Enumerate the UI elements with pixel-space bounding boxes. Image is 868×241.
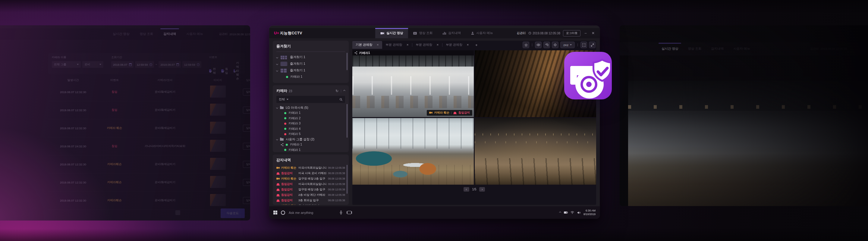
collapse-icon[interactable] bbox=[343, 90, 345, 92]
cctv-app-window[interactable]: U+ 지능형CCTV 실시간 영상 영상 조회 감지내역 사용 bbox=[269, 26, 600, 219]
camera-search-box[interactable]: 전체 bbox=[276, 96, 345, 103]
refresh-icon[interactable]: ↻ bbox=[336, 89, 338, 93]
detection-item[interactable]: 침입감지 압구정 매장 2층 입구 08.08 12:05:38 bbox=[276, 187, 345, 192]
scrollbar[interactable] bbox=[347, 165, 347, 194]
favorite-star-button[interactable] bbox=[523, 42, 529, 48]
page-button[interactable] bbox=[113, 210, 118, 215]
tab-live-video[interactable]: 실시간 영상 bbox=[660, 42, 679, 56]
date-from-input[interactable]: 2019.08.07 bbox=[111, 61, 133, 68]
date-to-input[interactable]: 2019.08.07 bbox=[158, 61, 181, 68]
start-button[interactable] bbox=[273, 211, 277, 214]
detection-item[interactable]: 카메라 훼손 압구정 매장 2층 입구 08.08 12:05:38 bbox=[276, 176, 345, 181]
detection-item[interactable]: 카메라 훼손 로비 엘레베이터 08.08 12:05:38 bbox=[276, 203, 345, 205]
close-tab-icon[interactable]: ✕ bbox=[376, 43, 379, 46]
page-button[interactable] bbox=[120, 210, 125, 215]
detection-item[interactable]: 침입감지 2층 비상 계단 카메라 08.08 12:05:38 bbox=[276, 192, 345, 198]
tab-user-menu[interactable]: 사용자 메뉴 bbox=[466, 28, 498, 38]
camera-item[interactable]: 카메라 5 bbox=[276, 132, 345, 137]
minimize-button[interactable]: – bbox=[583, 31, 588, 35]
camera-select[interactable]: 로비 bbox=[82, 61, 103, 68]
close-button[interactable]: ✕ bbox=[591, 31, 595, 35]
view-tab-partial[interactable]: 부분 관제창 ✕ bbox=[382, 41, 412, 49]
detection-item[interactable]: 침입감지 3층 회의실 입구 08.08 12:05:38 bbox=[276, 198, 345, 203]
battery-icon[interactable] bbox=[564, 211, 567, 214]
camera-group[interactable]: 사용자 그룹 설정 (2) bbox=[276, 137, 345, 142]
event-thumbnail[interactable] bbox=[210, 104, 226, 116]
detail-button[interactable]: 상세보기 bbox=[243, 179, 250, 186]
camera-feed-4[interactable] bbox=[475, 118, 596, 185]
expand-button[interactable] bbox=[589, 42, 595, 48]
scrollbar[interactable] bbox=[347, 104, 347, 138]
microphone-icon[interactable] bbox=[340, 211, 342, 214]
detail-button[interactable]: 상세보기 bbox=[243, 89, 250, 96]
group-select[interactable]: 전체 그룹 bbox=[52, 61, 81, 68]
page-button[interactable] bbox=[127, 210, 132, 215]
prev-page-button[interactable]: ‹ bbox=[464, 187, 469, 192]
background-window-detection-history[interactable]: 실시간 영상 영상 조회 감지내역 사용자 메뉴 김관리 2019.08.08 … bbox=[0, 25, 250, 220]
camera-feed-3[interactable] bbox=[352, 118, 474, 185]
view-tab-partial[interactable]: 부분 관제창 ✕ bbox=[412, 41, 442, 49]
favorite-item[interactable]: 즐겨찾기 1 bbox=[276, 67, 345, 74]
layout-select[interactable]: 2X2 bbox=[560, 42, 575, 48]
event-thumbnail[interactable] bbox=[210, 158, 226, 170]
camera-item[interactable]: 카메라 1 bbox=[276, 110, 345, 116]
page-button[interactable] bbox=[155, 210, 159, 215]
close-tab-icon[interactable]: ✕ bbox=[436, 43, 439, 46]
view-tab-default[interactable]: 기본 관제창 ✕ bbox=[352, 41, 382, 49]
taskbar-clock[interactable]: 6:30 AM 8/10/2019 bbox=[584, 209, 595, 216]
page-button[interactable] bbox=[141, 210, 146, 215]
show-hidden-icons[interactable] bbox=[559, 211, 561, 214]
time-to-input[interactable]: 12:59:59 bbox=[182, 61, 201, 68]
page-button[interactable] bbox=[168, 210, 173, 215]
page-button[interactable] bbox=[148, 210, 153, 215]
add-tab-button[interactable]: + bbox=[472, 43, 481, 47]
camera-item[interactable]: 카메라 3 bbox=[276, 121, 345, 127]
event-thumbnail[interactable] bbox=[210, 176, 226, 188]
detection-item[interactable]: 카메라 훼손 마곡사옥회의실입니다 08.08 12:05:38 bbox=[276, 165, 345, 171]
page-button[interactable] bbox=[134, 210, 138, 215]
detection-item[interactable]: 침입감지 마곡 사옥 로비 카메라 08.08 23:05:38 bbox=[276, 171, 345, 176]
tab-detection-history[interactable]: 감지내역 bbox=[162, 28, 177, 40]
detail-button[interactable]: 상세보기 bbox=[243, 107, 250, 113]
event-thumbnail[interactable] bbox=[210, 122, 226, 134]
view-settings-button[interactable] bbox=[544, 42, 550, 48]
cctv-app-icon[interactable] bbox=[564, 52, 612, 99]
detection-item[interactable]: 침입감지 마곡사옥회의실입니다 08.08 12:05:38 bbox=[276, 181, 345, 187]
background-window-live-video[interactable]: 실시간 영상 영상 조회 감지내역 사용자 메뉴 김관리 2019.08.08 … bbox=[620, 25, 868, 206]
scrollbar[interactable] bbox=[347, 53, 347, 70]
camera-feed-1[interactable]: 카메라1 카메라 훼손 침입감지 bbox=[352, 50, 474, 117]
download-button[interactable]: 다운로드 bbox=[221, 208, 245, 218]
task-view-button[interactable] bbox=[347, 211, 351, 214]
favorite-camera-item[interactable]: 카메라 1 bbox=[276, 74, 345, 80]
favorite-item[interactable]: 즐겨찾기 1 bbox=[276, 61, 345, 67]
detail-button[interactable]: 상세보기 bbox=[243, 161, 250, 168]
camera-item[interactable]: 카메라 2 bbox=[276, 116, 345, 121]
logout-button[interactable]: 로그아웃 bbox=[563, 30, 581, 36]
event-thumbnail[interactable] bbox=[210, 85, 226, 98]
speaker-icon[interactable] bbox=[577, 211, 581, 214]
tab-user-menu[interactable]: 사용자 메뉴 bbox=[185, 28, 204, 40]
tab-detection-history[interactable]: 감지내역 bbox=[710, 42, 725, 56]
detail-button[interactable]: 상세보기 bbox=[243, 143, 250, 150]
view-tab-partial[interactable]: 부분 관제창 ✕ bbox=[442, 41, 472, 49]
camera-group[interactable]: LG 마곡사옥 (5) bbox=[276, 105, 345, 110]
cortana-icon[interactable] bbox=[281, 211, 285, 215]
tab-video-search[interactable]: 영상 조회 bbox=[138, 28, 154, 40]
camera-item[interactable]: 카메라 4 bbox=[276, 126, 345, 132]
tab-live-video[interactable]: 실시간 영상 bbox=[112, 28, 130, 40]
share-icon[interactable] bbox=[354, 51, 358, 55]
favorite-item[interactable]: 즐겨찾기 1 bbox=[276, 54, 345, 61]
tab-video-search[interactable]: 영상 조회 bbox=[687, 42, 703, 56]
tab-user-menu[interactable]: 사용자 메뉴 bbox=[732, 42, 751, 56]
tab-live-video[interactable]: 실시간 영상 bbox=[375, 28, 408, 38]
checkbox-intrusion[interactable]: 침입 bbox=[221, 67, 229, 75]
event-thumbnail[interactable] bbox=[210, 194, 226, 206]
event-thumbnail[interactable] bbox=[210, 140, 226, 152]
page-button[interactable] bbox=[161, 210, 166, 215]
close-tab-icon[interactable]: ✕ bbox=[406, 43, 409, 46]
close-tab-icon[interactable]: ✕ bbox=[467, 43, 469, 46]
tab-video-search[interactable]: 영상 조회 bbox=[408, 28, 438, 38]
detail-button[interactable]: 상세보기 bbox=[243, 125, 250, 132]
detail-button[interactable]: 상세보기 bbox=[243, 197, 250, 204]
taskbar-search-input[interactable]: Ask me anything bbox=[289, 211, 313, 214]
